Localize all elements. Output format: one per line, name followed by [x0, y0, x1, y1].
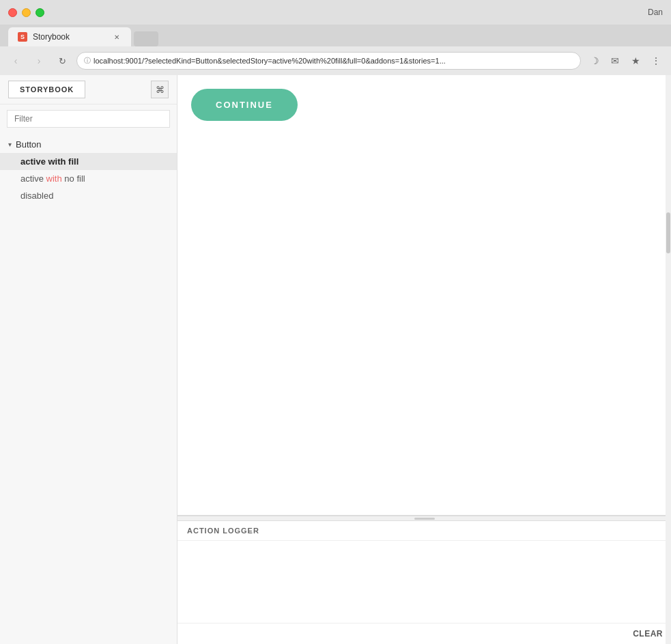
moon-icon[interactable]: ☽ [586, 53, 603, 69]
action-logger-header: ACTION LOGGER [177, 521, 671, 541]
vertical-scrollbar[interactable] [666, 75, 671, 644]
panel-resizer[interactable] [177, 516, 671, 521]
nav-group-button: ▾ Button active with fill active with no… [0, 136, 177, 204]
new-tab-placeholder [134, 31, 158, 46]
close-button[interactable] [8, 8, 17, 17]
nav-item-active-no-fill[interactable]: active with no fill [0, 170, 177, 187]
app-body: STORYBOOK ⌘ ▾ Button active with fill ac… [0, 75, 671, 644]
storybook-button[interactable]: STORYBOOK [8, 81, 85, 98]
sidebar: STORYBOOK ⌘ ▾ Button active with fill ac… [0, 75, 177, 644]
nav-item-label: active with no fill [20, 173, 85, 184]
tab-title: Storybook [33, 32, 70, 42]
tab-close-button[interactable]: ✕ [112, 32, 122, 42]
action-logger-body [177, 541, 671, 623]
user-name: Dan [648, 8, 663, 17]
maximize-button[interactable] [35, 8, 44, 17]
nav-item-active-with-fill[interactable]: active with fill [0, 153, 177, 170]
nav-item-label: disabled [20, 191, 53, 201]
nav-tree: ▾ Button active with fill active with no… [0, 133, 177, 644]
main-area: CONTINUE ACTION LOGGER CLEAR [177, 75, 671, 644]
browser-toolbar: ☽ ✉ ★ ⋮ [586, 53, 664, 69]
browser-chrome: Dan Storybook ✕ ‹ › ↻ ⓘ localhost:9001/?… [0, 0, 671, 75]
nav-group-header[interactable]: ▾ Button [0, 136, 177, 153]
address-bar: ‹ › ↻ ⓘ localhost:9001/?selectedKind=But… [0, 46, 671, 75]
sidebar-header: STORYBOOK ⌘ [0, 75, 177, 104]
filter-input[interactable] [7, 110, 170, 128]
url-text: localhost:9001/?selectedKind=Button&sele… [94, 57, 573, 65]
chevron-down-icon: ▾ [8, 141, 12, 148]
refresh-button[interactable]: ↻ [53, 52, 71, 70]
nav-group-label: Button [16, 139, 42, 150]
highlight-text: with [46, 173, 62, 184]
nav-item-disabled[interactable]: disabled [0, 187, 177, 204]
traffic-lights [8, 8, 44, 17]
continue-button[interactable]: CONTINUE [191, 89, 298, 121]
preview-area: CONTINUE [177, 75, 671, 516]
forward-button[interactable]: › [30, 52, 48, 70]
url-bar[interactable]: ⓘ localhost:9001/?selectedKind=Button&se… [76, 52, 581, 70]
title-bar: Dan [0, 0, 671, 25]
more-menu-button[interactable]: ⋮ [648, 53, 664, 69]
mail-icon[interactable]: ✉ [607, 53, 623, 69]
main-content: CONTINUE ACTION LOGGER CLEAR [177, 75, 671, 644]
clear-button[interactable]: CLEAR [633, 629, 663, 639]
action-logger: ACTION LOGGER CLEAR [177, 521, 671, 644]
scrollbar-thumb[interactable] [666, 212, 670, 253]
security-icon: ⓘ [84, 56, 91, 66]
resizer-handle [414, 518, 435, 520]
star-icon[interactable]: ★ [627, 53, 644, 69]
action-logger-footer: CLEAR [177, 623, 671, 644]
minimize-button[interactable] [22, 8, 31, 17]
nav-item-label: active with fill [20, 156, 78, 167]
tab-favicon [18, 32, 27, 42]
browser-tab[interactable]: Storybook ✕ [8, 27, 131, 46]
back-button[interactable]: ‹ [7, 52, 25, 70]
cmd-shortcut-icon[interactable]: ⌘ [151, 81, 169, 98]
tab-bar: Storybook ✕ [0, 25, 671, 46]
